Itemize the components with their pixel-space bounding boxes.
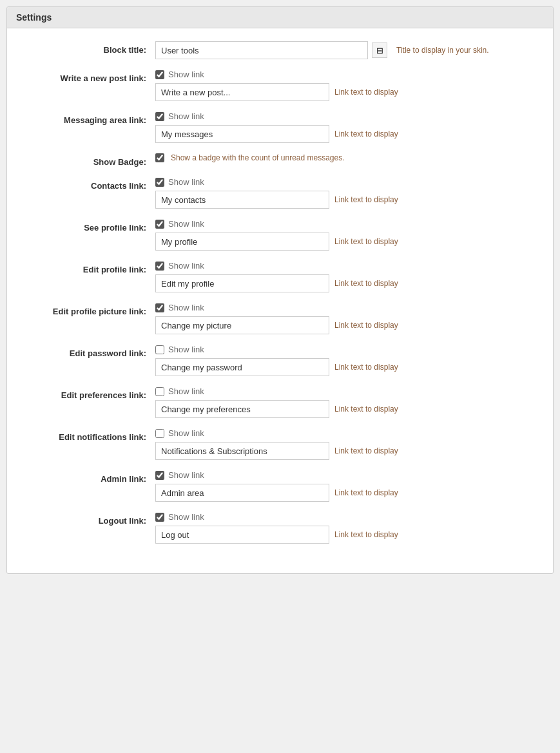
input-hint-row-admin: Link text to display bbox=[155, 484, 534, 502]
show-link-label-messaging-area: Show link bbox=[168, 111, 204, 121]
show-badge-content: Show a badge with the count of unread me… bbox=[155, 153, 534, 162]
label-admin: Admin link: bbox=[26, 470, 155, 484]
input-admin[interactable] bbox=[155, 484, 329, 502]
show-link-row-edit-notifications: Show link bbox=[155, 428, 534, 438]
checkbox-messaging-area[interactable] bbox=[155, 112, 164, 121]
checkbox-edit-preferences[interactable] bbox=[155, 387, 164, 396]
input-hint-edit-notifications: Link text to display bbox=[334, 446, 398, 455]
input-hint-row-edit-notifications: Link text to display bbox=[155, 442, 534, 460]
checkbox-admin[interactable] bbox=[155, 471, 164, 480]
input-see-profile[interactable] bbox=[155, 233, 329, 251]
show-link-label-edit-profile: Show link bbox=[168, 261, 204, 271]
input-edit-notifications[interactable] bbox=[155, 442, 329, 460]
input-hint-messaging-area: Link text to display bbox=[334, 129, 398, 138]
row-edit-profile-picture: Edit profile picture link:Show linkLink … bbox=[26, 303, 534, 334]
checkbox-edit-password[interactable] bbox=[155, 345, 164, 354]
show-link-row-edit-password: Show link bbox=[155, 345, 534, 354]
show-link-label-contacts: Show link bbox=[168, 177, 204, 187]
input-contacts[interactable] bbox=[155, 191, 329, 209]
label-edit-notifications: Edit notifications link: bbox=[26, 428, 155, 442]
show-link-label-write-new-post: Show link bbox=[168, 70, 204, 79]
input-logout[interactable] bbox=[155, 526, 329, 544]
show-link-label-edit-profile-picture: Show link bbox=[168, 303, 204, 312]
checkbox-logout[interactable] bbox=[155, 513, 164, 522]
badge-hint-text: Show a badge with the count of unread me… bbox=[171, 153, 345, 162]
input-hint-edit-preferences: Link text to display bbox=[334, 405, 398, 414]
block-title-input[interactable] bbox=[155, 41, 368, 59]
block-title-hint: Title to display in your skin. bbox=[396, 46, 489, 55]
row-logout: Logout link:Show linkLink text to displa… bbox=[26, 512, 534, 544]
row-edit-preferences: Edit preferences link:Show linkLink text… bbox=[26, 386, 534, 418]
input-edit-preferences[interactable] bbox=[155, 400, 329, 418]
content-write-new-post: Show linkLink text to display bbox=[155, 70, 534, 101]
input-edit-profile-picture[interactable] bbox=[155, 316, 329, 334]
show-link-label-edit-password: Show link bbox=[168, 345, 204, 354]
show-link-row-edit-profile-picture: Show link bbox=[155, 303, 534, 312]
show-link-row-edit-preferences: Show link bbox=[155, 386, 534, 396]
input-write-new-post[interactable] bbox=[155, 83, 329, 101]
content-contacts: Show linkLink text to display bbox=[155, 177, 534, 209]
settings-header: Settings bbox=[7, 7, 553, 28]
row-write-new-post: Write a new post link:Show linkLink text… bbox=[26, 70, 534, 101]
show-link-row-logout: Show link bbox=[155, 512, 534, 522]
label-edit-profile-picture: Edit profile picture link: bbox=[26, 303, 155, 316]
checkbox-edit-notifications[interactable] bbox=[155, 429, 164, 438]
checkbox-write-new-post[interactable] bbox=[155, 70, 164, 79]
content-messaging-area: Show linkLink text to display bbox=[155, 111, 534, 143]
input-hint-see-profile: Link text to display bbox=[334, 237, 398, 246]
badge-checkbox[interactable] bbox=[155, 153, 164, 162]
show-badge-label: Show Badge: bbox=[26, 153, 155, 167]
content-edit-profile: Show linkLink text to display bbox=[155, 261, 534, 292]
label-edit-profile: Edit profile link: bbox=[26, 261, 155, 274]
input-hint-edit-password: Link text to display bbox=[334, 363, 398, 372]
input-hint-row-edit-preferences: Link text to display bbox=[155, 400, 534, 418]
label-write-new-post: Write a new post link: bbox=[26, 70, 155, 83]
input-hint-row-edit-password: Link text to display bbox=[155, 358, 534, 376]
input-hint-edit-profile-picture: Link text to display bbox=[334, 321, 398, 330]
input-hint-row-messaging-area: Link text to display bbox=[155, 125, 534, 143]
content-admin: Show linkLink text to display bbox=[155, 470, 534, 502]
row-admin: Admin link:Show linkLink text to display bbox=[26, 470, 534, 502]
show-link-label-admin: Show link bbox=[168, 470, 204, 480]
input-messaging-area[interactable] bbox=[155, 125, 329, 143]
content-see-profile: Show linkLink text to display bbox=[155, 219, 534, 251]
block-title-input-row: ⊟ Title to display in your skin. bbox=[155, 41, 534, 59]
row-edit-profile: Edit profile link:Show linkLink text to … bbox=[26, 261, 534, 292]
input-hint-row-see-profile: Link text to display bbox=[155, 233, 534, 251]
checkbox-contacts[interactable] bbox=[155, 178, 164, 187]
row-edit-password: Edit password link:Show linkLink text to… bbox=[26, 345, 534, 376]
input-hint-logout: Link text to display bbox=[334, 530, 398, 539]
content-edit-preferences: Show linkLink text to display bbox=[155, 386, 534, 418]
dynamic-rows: Write a new post link:Show linkLink text… bbox=[26, 70, 534, 544]
block-title-row: Block title: ⊟ Title to display in your … bbox=[26, 41, 534, 59]
block-title-icon[interactable]: ⊟ bbox=[372, 43, 387, 58]
settings-body: Block title: ⊟ Title to display in your … bbox=[7, 28, 553, 573]
checkbox-edit-profile[interactable] bbox=[155, 262, 164, 271]
show-link-row-messaging-area: Show link bbox=[155, 111, 534, 121]
content-edit-password: Show linkLink text to display bbox=[155, 345, 534, 376]
label-logout: Logout link: bbox=[26, 512, 155, 526]
label-edit-password: Edit password link: bbox=[26, 345, 155, 358]
input-edit-password[interactable] bbox=[155, 358, 329, 376]
checkbox-see-profile[interactable] bbox=[155, 220, 164, 229]
show-link-row-write-new-post: Show link bbox=[155, 70, 534, 79]
input-hint-row-contacts: Link text to display bbox=[155, 191, 534, 209]
badge-checkbox-row: Show a badge with the count of unread me… bbox=[155, 153, 534, 162]
input-hint-row-edit-profile: Link text to display bbox=[155, 274, 534, 292]
row-edit-notifications: Edit notifications link:Show linkLink te… bbox=[26, 428, 534, 460]
input-hint-row-write-new-post: Link text to display bbox=[155, 83, 534, 101]
show-link-row-contacts: Show link bbox=[155, 177, 534, 187]
show-link-row-edit-profile: Show link bbox=[155, 261, 534, 271]
input-hint-admin: Link text to display bbox=[334, 488, 398, 497]
checkbox-edit-profile-picture[interactable] bbox=[155, 303, 164, 312]
row-messaging-area: Messaging area link:Show linkLink text t… bbox=[26, 111, 534, 143]
row-see-profile: See profile link:Show linkLink text to d… bbox=[26, 219, 534, 251]
input-hint-write-new-post: Link text to display bbox=[334, 88, 398, 97]
show-link-label-see-profile: Show link bbox=[168, 219, 204, 229]
input-hint-row-edit-profile-picture: Link text to display bbox=[155, 316, 534, 334]
input-hint-contacts: Link text to display bbox=[334, 195, 398, 204]
block-title-label: Block title: bbox=[26, 41, 155, 55]
block-title-content: ⊟ Title to display in your skin. bbox=[155, 41, 534, 59]
input-edit-profile[interactable] bbox=[155, 274, 329, 292]
show-link-label-edit-notifications: Show link bbox=[168, 428, 204, 438]
